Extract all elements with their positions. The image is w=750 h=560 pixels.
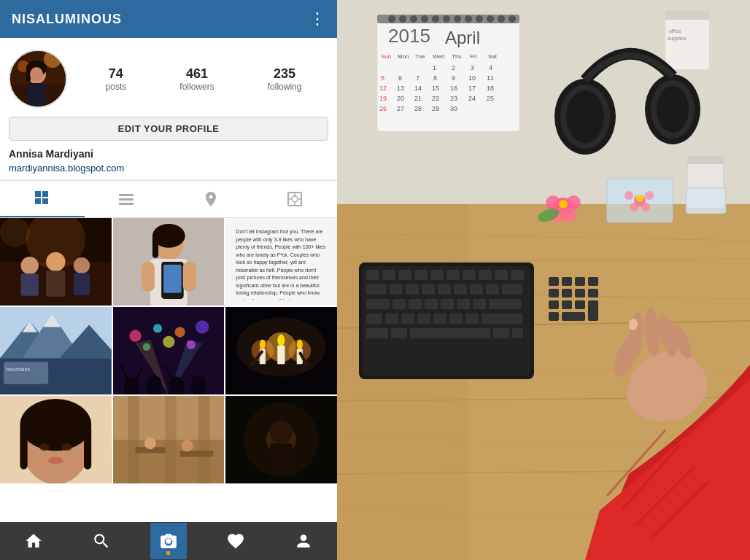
svg-text:office: office xyxy=(669,28,681,34)
svg-rect-195 xyxy=(463,270,476,280)
svg-rect-62 xyxy=(124,384,139,394)
svg-rect-205 xyxy=(470,284,483,295)
svg-rect-68 xyxy=(191,383,206,394)
svg-point-110 xyxy=(166,538,171,544)
svg-rect-190 xyxy=(382,270,395,280)
nav-profile[interactable] xyxy=(285,523,322,559)
svg-rect-230 xyxy=(562,277,572,286)
svg-rect-209 xyxy=(393,299,406,309)
svg-text:Tue: Tue xyxy=(415,53,425,60)
following-label: following xyxy=(268,82,302,92)
svg-rect-219 xyxy=(417,314,430,324)
svg-rect-66 xyxy=(169,384,183,394)
grid-item-5[interactable] xyxy=(113,307,225,394)
svg-rect-228 xyxy=(512,328,523,338)
svg-rect-207 xyxy=(502,284,522,295)
svg-point-92 xyxy=(39,443,50,451)
text-post-content: Don't let Instagram fool you. There are … xyxy=(231,224,331,300)
svg-rect-237 xyxy=(549,300,559,309)
photo-grid: Don't let Instagram fool you. There are … xyxy=(0,218,337,522)
svg-text:15: 15 xyxy=(432,85,439,92)
svg-point-134 xyxy=(476,15,483,23)
nav-home[interactable] xyxy=(15,523,52,559)
grid-item-6[interactable] xyxy=(225,307,337,394)
tab-grid[interactable] xyxy=(0,181,85,217)
grid-item-4[interactable]: mountains xyxy=(0,307,112,394)
location-icon xyxy=(202,190,220,208)
svg-text:3: 3 xyxy=(471,64,474,71)
svg-rect-217 xyxy=(385,314,398,324)
svg-text:28: 28 xyxy=(414,105,422,112)
svg-rect-210 xyxy=(409,299,422,309)
tab-location[interactable] xyxy=(169,181,253,217)
grid-item-8[interactable] xyxy=(113,396,225,483)
svg-text:26: 26 xyxy=(379,105,387,112)
posts-stat[interactable]: 74 posts xyxy=(106,66,127,92)
svg-point-103 xyxy=(144,438,155,449)
svg-rect-14 xyxy=(119,198,134,201)
svg-point-136 xyxy=(498,15,505,23)
profile-tab-bar xyxy=(0,180,337,218)
nav-heart[interactable] xyxy=(217,523,254,559)
followers-label: followers xyxy=(179,82,214,92)
following-stat[interactable]: 235 following xyxy=(268,66,302,92)
svg-point-129 xyxy=(421,15,428,23)
grid-item-2[interactable] xyxy=(113,218,225,306)
profile-section: 74 posts 461 followers 235 following EDI… xyxy=(0,38,337,180)
svg-point-55 xyxy=(196,320,209,333)
svg-point-31 xyxy=(0,218,30,247)
tab-tagged[interactable] xyxy=(253,181,338,217)
grid-item-1[interactable] xyxy=(0,218,112,306)
svg-rect-201 xyxy=(406,284,419,295)
more-options-icon[interactable]: ⋮ xyxy=(309,9,325,28)
svg-point-52 xyxy=(129,330,141,342)
svg-rect-218 xyxy=(401,314,414,324)
grid-item-7[interactable] xyxy=(0,396,112,483)
svg-rect-9 xyxy=(35,191,41,197)
svg-rect-27 xyxy=(46,271,65,297)
svg-point-132 xyxy=(454,15,461,23)
svg-rect-208 xyxy=(366,299,390,309)
tab-list[interactable] xyxy=(85,181,169,217)
svg-rect-189 xyxy=(366,270,379,280)
stats-row: 74 posts 461 followers 235 following xyxy=(79,66,328,92)
svg-rect-270 xyxy=(687,157,724,164)
grid-photo-6 xyxy=(225,307,337,394)
svg-rect-109 xyxy=(270,443,293,473)
followers-stat[interactable]: 461 followers xyxy=(179,66,214,92)
svg-rect-200 xyxy=(390,284,403,295)
svg-rect-38 xyxy=(163,265,181,293)
svg-rect-99 xyxy=(165,396,176,483)
svg-rect-91 xyxy=(84,425,91,470)
svg-text:8: 8 xyxy=(433,74,437,82)
svg-rect-271 xyxy=(686,188,726,214)
svg-point-108 xyxy=(270,421,293,445)
avatar xyxy=(9,50,67,108)
svg-text:Thu: Thu xyxy=(452,53,462,60)
svg-text:2: 2 xyxy=(452,64,455,71)
grid-item-9[interactable] xyxy=(225,396,337,483)
svg-text:30: 30 xyxy=(450,105,457,112)
svg-point-252 xyxy=(566,195,581,210)
svg-point-93 xyxy=(61,443,71,451)
svg-rect-232 xyxy=(588,277,598,286)
svg-rect-214 xyxy=(473,299,486,309)
svg-point-183 xyxy=(566,90,604,143)
edit-profile-button[interactable]: EDIT YOUR PROFILE xyxy=(9,117,328,141)
svg-point-104 xyxy=(181,440,193,451)
profile-top: 74 posts 461 followers 235 following xyxy=(9,50,328,108)
nav-camera[interactable] xyxy=(150,523,187,559)
svg-text:Mon: Mon xyxy=(398,53,409,60)
svg-rect-199 xyxy=(366,284,387,295)
svg-text:19: 19 xyxy=(379,95,387,102)
nav-search[interactable] xyxy=(83,523,120,559)
svg-point-133 xyxy=(465,15,472,23)
svg-rect-192 xyxy=(414,270,428,280)
profile-website[interactable]: mardiyannisa.blogspot.com xyxy=(9,163,328,174)
svg-rect-13 xyxy=(119,194,134,196)
svg-text:16: 16 xyxy=(450,85,457,92)
grid-item-3[interactable]: Don't let Instagram fool you. There are … xyxy=(225,218,337,306)
svg-rect-64 xyxy=(146,383,161,394)
tagged-icon xyxy=(286,190,304,208)
app-title: NISALUMINOUS xyxy=(12,12,122,27)
